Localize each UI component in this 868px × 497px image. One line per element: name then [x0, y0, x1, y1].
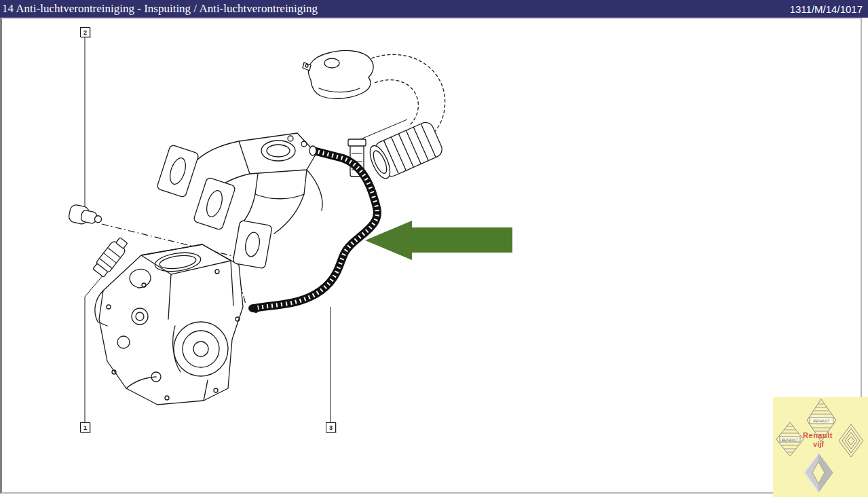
watermark-subtitle: vijf	[806, 440, 831, 448]
callout-1-label: 1	[83, 424, 87, 431]
line-lozenge-logo	[839, 424, 863, 457]
callout-1[interactable]: 1	[80, 422, 90, 432]
air-intake-duct-drawing	[303, 51, 445, 182]
hose-connector-drawing	[68, 204, 103, 227]
vintage-diamond-logo-left: RENAULT	[776, 422, 804, 456]
callout-2[interactable]: 2	[80, 27, 90, 37]
vintage-logo-label-left: RENAULT	[782, 438, 798, 442]
engine-block-drawing	[95, 244, 243, 405]
highlight-arrow-icon	[365, 221, 512, 260]
watermark-title: Renault	[800, 431, 835, 439]
callout-3-label: 3	[329, 424, 333, 431]
parts-catalog-window: 14 Anti-luchtverontreiniging - Inspuitin…	[0, 0, 868, 497]
modern-lozenge-logo	[804, 454, 833, 492]
vintage-logo-label-top: RENAULT	[813, 419, 829, 423]
callout-2-label: 2	[83, 29, 87, 36]
callout-3[interactable]: 3	[326, 422, 336, 432]
exploded-view-diagram	[0, 0, 868, 497]
renault-watermark-panel: RENAULT RENAULT	[773, 397, 868, 497]
